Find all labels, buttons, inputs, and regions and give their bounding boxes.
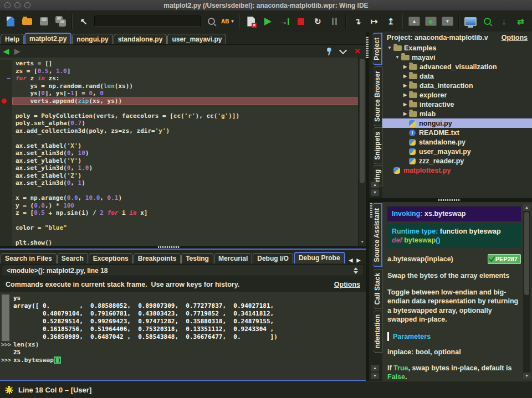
tab-matplot2-py[interactable]: matplot2.py bbox=[24, 33, 71, 44]
project-options-link[interactable]: Options bbox=[502, 34, 528, 42]
tabs-scroll-left-icon[interactable]: ◀ bbox=[348, 257, 354, 263]
chevron-right-icon[interactable]: ▶ bbox=[401, 74, 409, 79]
tree-item-interactive[interactable]: ▶interactive bbox=[382, 100, 532, 109]
stack-frame-selector[interactable]: <module>(): matplot2.py, line 18 bbox=[2, 265, 364, 276]
tree-item-data[interactable]: ▶data bbox=[382, 71, 532, 81]
tab-debug-probe[interactable]: Debug Probe bbox=[294, 252, 345, 263]
chevron-right-icon[interactable]: ▶ bbox=[401, 83, 409, 88]
chevron-right-icon[interactable]: ▶ bbox=[401, 64, 409, 69]
step-return-icon[interactable]: ↥ bbox=[384, 14, 397, 29]
chevron-right-icon[interactable]: ▶ bbox=[401, 111, 409, 116]
search-icon[interactable] bbox=[204, 14, 218, 29]
breakpoint-icon[interactable] bbox=[2, 99, 7, 104]
close-editor-icon[interactable]: × bbox=[355, 46, 360, 56]
pin-icon[interactable] bbox=[326, 48, 332, 55]
tab-debug-i-o[interactable]: Debug I/O bbox=[253, 253, 293, 263]
vtab-ndentation[interactable]: ndentation bbox=[373, 310, 382, 353]
sync-icon[interactable]: ⇄ bbox=[514, 14, 527, 29]
debug-stop-icon[interactable] bbox=[294, 14, 308, 29]
chevron-right-icon[interactable]: ▶ bbox=[401, 92, 409, 97]
tab-help[interactable]: Help bbox=[1, 34, 24, 44]
probe-options-link[interactable]: Options bbox=[334, 281, 360, 288]
select-pointer-icon[interactable]: ↖ bbox=[77, 14, 90, 29]
tab-search[interactable]: Search bbox=[57, 253, 88, 263]
step-over-icon[interactable]: ↴ bbox=[351, 14, 364, 29]
tab-search-in-files[interactable]: Search in Files bbox=[1, 253, 57, 263]
scrollbar-thumb[interactable] bbox=[524, 212, 529, 295]
code-editor[interactable]: verts = []zs = [0.5, 1.0]−for z in zs: y… bbox=[0, 58, 366, 246]
bug-icon[interactable] bbox=[5, 386, 13, 394]
tree-item-standalone-py[interactable]: standalone.py bbox=[382, 137, 532, 147]
scroll-down-icon[interactable]: ▼ bbox=[371, 373, 379, 379]
tab-exceptions[interactable]: Exceptions bbox=[89, 253, 133, 263]
open-file-icon[interactable] bbox=[21, 14, 34, 29]
chevron-right-icon[interactable]: ▶ bbox=[401, 102, 409, 107]
toolbar-search-input[interactable] bbox=[94, 15, 201, 27]
tree-item-advanced-visualization[interactable]: ▶advanced_visualization bbox=[382, 62, 532, 71]
console-output-line: 0.52829514, 0.99269423, 0.97471282, 0.35… bbox=[0, 318, 366, 325]
debug-continue-icon[interactable] bbox=[261, 14, 274, 29]
scroll-down-icon[interactable]: ▼ bbox=[371, 189, 379, 196]
tab-user-mayavi-py[interactable]: user_mayavi.py bbox=[167, 34, 226, 44]
scroll-up-icon[interactable]: ▲ bbox=[371, 365, 379, 371]
case-toggle-icon[interactable]: AB▼ bbox=[221, 14, 234, 29]
splitter-grip[interactable] bbox=[366, 36, 369, 58]
frame-stepper-icon[interactable] bbox=[354, 267, 358, 274]
editor-bottom-splitter[interactable] bbox=[0, 246, 366, 249]
forward-icon[interactable]: ▶ bbox=[14, 47, 20, 55]
update-icon[interactable]: ↓ bbox=[497, 14, 510, 29]
step-out-icon[interactable]: ↦ bbox=[367, 14, 381, 29]
debug-file-icon[interactable]: ✕ bbox=[244, 14, 258, 29]
back-icon[interactable]: ◀ bbox=[3, 47, 9, 55]
tab-mercurial[interactable]: Mercurial bbox=[214, 253, 252, 263]
python-shell-icon[interactable] bbox=[464, 14, 477, 29]
tab-nongui-py[interactable]: nongui.py bbox=[72, 34, 112, 44]
vtab-source-browser[interactable]: Source Browser bbox=[373, 66, 382, 126]
debug-restart-icon[interactable]: ↻ bbox=[311, 14, 324, 29]
runtime-label: Runtime type: bbox=[392, 228, 438, 235]
search-in-files-icon[interactable] bbox=[480, 14, 494, 29]
pep287-badge[interactable]: PEP287 bbox=[488, 254, 521, 265]
chevron-down-icon[interactable]: ▼ bbox=[393, 55, 401, 60]
tree-item-matplottest-py[interactable]: matplottest.py bbox=[382, 166, 532, 175]
editor-scrollbar[interactable]: ▼ bbox=[358, 58, 366, 246]
vtab-call-stack[interactable]: Call Stack bbox=[373, 268, 382, 309]
vtab-snippets[interactable]: Snippets bbox=[373, 127, 382, 164]
tab-testing[interactable]: Testing bbox=[181, 253, 213, 263]
tree-item-nongui-py[interactable]: nongui.py bbox=[382, 118, 532, 128]
vtab-project[interactable]: Project bbox=[372, 33, 382, 65]
tab-breakpoints[interactable]: Breakpoints bbox=[134, 253, 181, 263]
splitter-grip[interactable] bbox=[438, 199, 461, 201]
tabs-scroll-right-icon[interactable]: ▶ bbox=[356, 257, 362, 263]
frame-up-icon[interactable]: ▲ bbox=[407, 14, 421, 29]
debug-position-icon[interactable]: ◆ bbox=[424, 14, 437, 29]
tree-item-examples[interactable]: ▼Examples bbox=[382, 43, 532, 53]
scroll-up-icon[interactable]: ▲ bbox=[523, 204, 530, 211]
save-icon[interactable] bbox=[37, 14, 50, 29]
vtab-source-assistant[interactable]: Source Assistant bbox=[372, 203, 382, 267]
splitter-grip[interactable] bbox=[158, 246, 180, 248]
tab-standalone-py[interactable]: standalone.py bbox=[114, 34, 167, 44]
scroll-up-icon[interactable]: ▲ bbox=[371, 182, 379, 188]
new-file-icon[interactable] bbox=[4, 14, 17, 29]
frame-down-icon[interactable]: ▼ bbox=[441, 14, 454, 29]
tree-item-user-mayavi-py[interactable]: user_mayavi.py bbox=[382, 147, 532, 156]
tree-item-data-interaction[interactable]: ▶data_interaction bbox=[382, 81, 532, 90]
project-assistant-splitter[interactable] bbox=[369, 198, 532, 202]
tree-item-mlab[interactable]: ▶mlab bbox=[382, 109, 532, 118]
tree-item-mayavi[interactable]: ▼mayavi bbox=[382, 53, 532, 62]
scroll-down-icon[interactable]: ▼ bbox=[359, 239, 366, 245]
tree-item-explorer[interactable]: ▶explorer bbox=[382, 90, 532, 100]
tree-item-zzz-reader-py[interactable]: zzz_reader.py bbox=[382, 156, 532, 166]
chevron-down-icon[interactable]: ▼ bbox=[386, 45, 393, 50]
tree-item-readme-txt[interactable]: iREADME.txt bbox=[382, 128, 532, 137]
probe-console[interactable]: ysarray([ 0. , 0.88588052, 0.89807309, 0… bbox=[0, 292, 366, 380]
scroll-down-icon[interactable]: ▼ bbox=[523, 373, 530, 379]
assistant-scrollbar[interactable]: ▲ ▼ bbox=[523, 204, 530, 379]
fold-minus-icon[interactable]: − bbox=[7, 75, 11, 82]
scrollbar-thumb[interactable] bbox=[360, 59, 365, 183]
step-into-icon[interactable]: → bbox=[278, 14, 291, 29]
chevron-down-icon[interactable] bbox=[339, 46, 347, 54]
debug-pause-icon[interactable] bbox=[328, 14, 341, 29]
save-all-icon[interactable] bbox=[54, 14, 67, 29]
